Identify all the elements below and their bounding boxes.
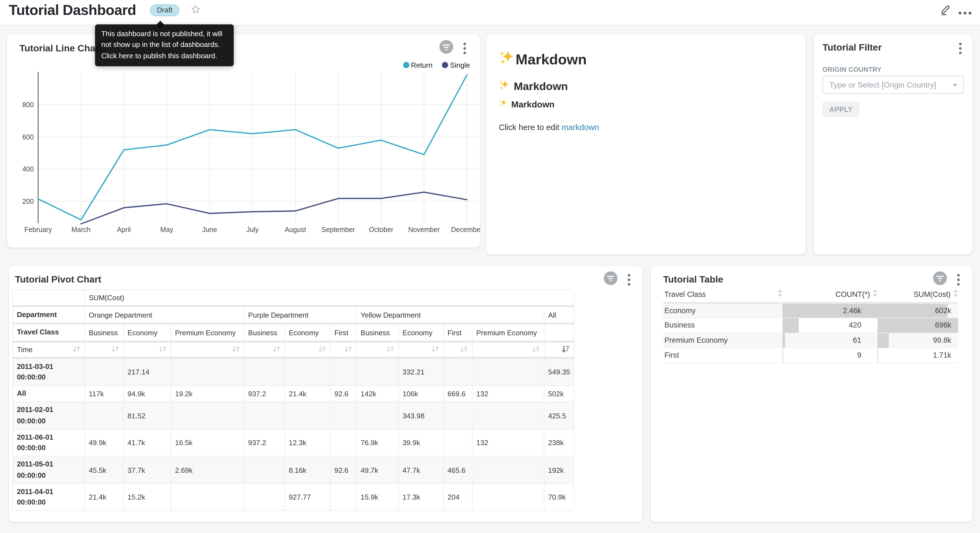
table-card-title: Tutorial Table [663,274,723,284]
column-header-label: SUM(Cost) [913,290,950,299]
x-axis-tick-label: September [321,226,355,233]
pivot-cell [331,357,357,386]
pivot-sort-header[interactable] [85,342,123,357]
ellipsis-menu-icon[interactable] [958,6,972,18]
pivot-sort-header[interactable] [285,342,330,357]
pivot-corner-cell [13,290,84,306]
sort-icon[interactable] [318,345,326,354]
cell-value: 61 [783,336,861,345]
cell-value: 99.8k [878,336,951,345]
table-column-header[interactable]: SUM(Cost) [878,287,958,303]
filter-field-label: ORIGIN COUNTRY [822,66,881,73]
pivot-sort-header[interactable] [398,342,443,357]
legend-dot-single [442,62,448,68]
pivot-column-header: Economy [123,324,171,342]
edit-pencil-icon[interactable] [939,3,952,18]
sort-icon[interactable] [431,345,439,354]
favorite-star-icon[interactable] [190,4,201,15]
pivot-cell: 937.2 [244,386,285,402]
markdown-edit-link[interactable]: markdown [562,123,599,132]
sort-icon[interactable] [953,290,958,299]
table-column-header[interactable]: COUNT(*) [783,287,878,303]
line-chart[interactable]: FebruaryMarchAprilMayJuneJulyAugustSepte… [7,71,480,248]
pivot-chart-card: Tutorial Pivot Chart SUM(Cost)Department… [9,266,643,522]
count-cell: 420 [783,318,878,332]
sparkles-icon [499,49,515,69]
sort-descending-icon[interactable] [562,345,570,354]
sort-icon[interactable] [460,345,468,354]
filter-indicator-icon[interactable] [604,271,617,288]
sort-icon[interactable] [344,345,352,354]
sort-icon[interactable] [159,345,167,354]
pivot-sort-header[interactable] [244,342,285,357]
chevron-down-icon [952,84,957,87]
dashboard-header: Tutorial Dashboard Draft [0,0,980,26]
apply-button[interactable]: APPLY [822,101,859,117]
pivot-cell [85,402,123,429]
pivot-cell [244,357,285,386]
sort-icon[interactable] [272,345,280,354]
sum-cost-cell: 696k [878,318,958,332]
filter-indicator-icon[interactable] [439,40,453,56]
pivot-sort-header[interactable] [123,342,171,357]
origin-country-select[interactable]: Type or Select [Origin Country] [822,76,964,94]
markdown-heading-text: Markdown [514,80,568,93]
pivot-sort-header[interactable] [443,342,472,357]
dashboard-page: Tutorial Dashboard Draft This dashboard … [0,0,980,533]
pivot-cell: 17.3k [398,484,443,511]
sort-icon[interactable] [532,345,540,354]
table-row: First91.71k [663,348,958,362]
pivot-row: 2011-02-01 00:00:0081.52343.98425.5 [13,402,574,429]
cell-value: 696k [878,321,951,329]
status-badge[interactable]: Draft [150,5,179,16]
pivot-cell [443,429,472,456]
pivot-chart-title: Tutorial Pivot Chart [15,274,101,284]
markdown-heading-2: Markdown [499,80,568,94]
pivot-sort-header[interactable] [544,342,574,357]
sort-icon[interactable] [873,290,878,299]
table-column-header[interactable]: Travel Class [663,287,782,303]
data-table-wrap: Travel ClassCOUNT(*)SUM(Cost)Economy2.46… [663,287,958,363]
pivot-cell: 332.21 [398,357,443,386]
sparkles-icon [499,80,510,94]
markdown-body: Click here to edit markdown [499,123,599,132]
pivot-cell: 15.9k [357,484,399,511]
table-card: Tutorial Table Travel ClassCOUNT(*)SUM(C… [651,266,972,522]
pivot-cell: 49.7k [357,456,399,483]
kebab-menu-icon[interactable] [956,41,964,58]
markdown-heading-text: Markdown [515,51,587,68]
sort-icon[interactable] [232,345,240,354]
pivot-cell: 425.5 [544,402,574,429]
sort-icon[interactable] [111,345,119,354]
y-axis-tick-label: 600 [22,133,34,141]
pivot-cell: 2.69k [171,456,244,483]
pivot-time-header[interactable]: Time [13,342,84,357]
pivot-cell: 132 [472,386,544,402]
pivot-row-label: All [13,386,84,402]
pivot-cell [331,429,357,456]
sort-icon[interactable] [777,290,782,299]
line-series-single[interactable] [81,192,467,224]
pivot-sort-header[interactable] [357,342,399,357]
pivot-cell: 19.2k [171,386,244,402]
sum-cost-cell: 99.8k [878,332,958,348]
tooltip-text: This dashboard is not published, it will… [101,30,223,59]
legend-item-return[interactable]: Return [403,61,433,69]
pivot-cell [171,357,244,386]
kebab-menu-icon[interactable] [625,273,633,289]
pivot-row-label: 2011-03-01 00:00:00 [13,357,84,386]
sort-icon[interactable] [386,345,394,354]
kebab-menu-icon[interactable] [461,41,469,58]
filter-card: Tutorial Filter ORIGIN COUNTRY Type or S… [814,35,972,255]
pivot-sort-header[interactable] [331,342,357,357]
pivot-sort-header[interactable] [171,342,244,357]
count-cell: 2.46k [783,303,878,318]
legend-item-single[interactable]: Single [442,61,470,69]
pivot-sort-header[interactable] [472,342,544,357]
travel-class-cell: First [663,348,782,362]
filter-indicator-icon[interactable] [933,271,947,288]
pivot-cell [472,402,544,429]
table-row: Economy2.46k602k [663,303,958,318]
sort-icon[interactable] [73,345,81,354]
pivot-cell: 49.9k [85,429,123,456]
